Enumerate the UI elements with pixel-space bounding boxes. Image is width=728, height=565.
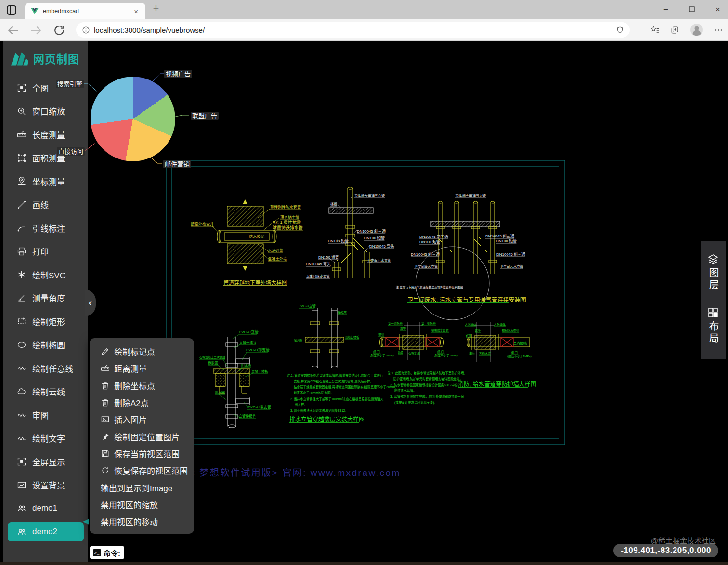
icon-ruler: [17, 130, 26, 139]
pie-label-联盟广告: 联盟广告: [191, 112, 219, 120]
menu-item-删除A2点[interactable]: 删除A2点: [90, 394, 194, 411]
menu-item-保存当前视区范围[interactable]: 保存当前视区范围: [90, 445, 194, 462]
sidebar-item-绘制云线[interactable]: 绘制云线: [3, 380, 88, 404]
cad-label: 3. 阻火圈做法水泥砂浆做法见图集S312。: [290, 408, 348, 413]
settings-menu-icon[interactable]: [714, 26, 723, 35]
sidebar-item-绘制矩形[interactable]: 绘制矩形: [3, 310, 88, 333]
pie-chart[interactable]: [91, 77, 175, 161]
maximize-button[interactable]: [686, 5, 698, 14]
minimize-button[interactable]: −: [660, 5, 672, 14]
menu-item-删除坐标点[interactable]: 删除坐标点: [90, 377, 194, 394]
cad-app-canvas[interactable]: < 梦想软件试用版> 官网: www.mxdraw.com 预埋刚性防水套管排水…: [0, 41, 728, 565]
cad-label: 室内管线: [513, 341, 527, 345]
profile-avatar[interactable]: [690, 23, 703, 37]
tab-close-icon[interactable]: ×: [132, 7, 140, 15]
sidebar-item-绘制任意线[interactable]: 绘制任意线: [3, 356, 88, 380]
sidebar-item-审图[interactable]: 审图: [3, 403, 88, 427]
menu-item-绘制固定位置图片[interactable]: 绘制固定位置图片: [90, 428, 194, 445]
cad-label: 卫生间专用通气立管: [354, 194, 385, 198]
sidebar-item-打印[interactable]: 打印: [3, 240, 88, 263]
layout-button[interactable]: 布局: [706, 307, 720, 345]
layers-icon: [707, 253, 719, 265]
sidebar-item-测量角度[interactable]: 测量角度: [3, 287, 88, 310]
menu-item-输出到显示到Image[interactable]: 输出到显示到Image: [90, 479, 194, 496]
close-button[interactable]: ×: [712, 5, 724, 14]
browser-tab[interactable]: embedmxcad ×: [25, 3, 145, 19]
pie-label-搜索引擎: 搜索引擎: [56, 80, 84, 88]
sidebar-item-绘制SVG[interactable]: 绘制SVG: [3, 263, 88, 287]
cad-label: 注:1. 此图为消防、给排水管道穿越人防地下室防护外墙,: [388, 371, 465, 375]
svg-text:>_: >_: [94, 551, 100, 556]
sidebar-item-全屏显示[interactable]: 全屏显示: [3, 450, 88, 473]
workspace-icon[interactable]: [6, 4, 17, 16]
cad-label: 钢管: [466, 333, 471, 337]
cad-label: 卫生间污水立管: [367, 258, 391, 263]
menu-item-label: 绘制固定位置图片: [114, 431, 180, 443]
command-bar[interactable]: >_ 命令:: [90, 546, 124, 559]
menu-item-距离测量[interactable]: 距离测量: [90, 360, 194, 377]
menu-item-恢复保存的视区范围[interactable]: 恢复保存的视区范围: [90, 462, 194, 479]
sidebar-item-demo1[interactable]: demo1: [3, 497, 88, 520]
menu-item-绘制标记点[interactable]: 绘制标记点: [90, 343, 194, 360]
cad-green-leaders: [217, 334, 254, 418]
sidebar-item-坐标测量[interactable]: 坐标测量: [3, 170, 88, 193]
site-info-icon[interactable]: [82, 26, 90, 34]
command-prompt: 命令:: [104, 548, 120, 558]
pie-leader-line: [174, 115, 189, 117]
icon-coord: [17, 176, 26, 186]
icon-zoomwin: [17, 106, 26, 116]
cad-label: 注:1. 管道穿越楼板处若留洞或套管时,管道安装结束后应配合土建进行: [287, 373, 383, 378]
demo2-submenu: 绘制标记点距离测量删除坐标点删除A2点插入图片绘制固定位置图片保存当前视区范围恢…: [90, 338, 194, 534]
icon-cloud: [17, 387, 26, 396]
cad-trial-watermark: < 梦想软件试用版> 官网: www.mxdraw.com: [189, 468, 401, 478]
sidebar-item-设置背景[interactable]: 设置背景: [3, 473, 88, 497]
menu-item-禁用视区的缩放[interactable]: 禁用视区的缩放: [90, 496, 194, 513]
browser-essentials-icon[interactable]: [616, 26, 624, 34]
sidebar-item-绘制椭圆[interactable]: 绘制椭圆: [3, 333, 88, 357]
sidebar-item-绘制文字[interactable]: 绘制文字: [3, 427, 88, 450]
cad-label: (耐压不小于1MPa): [370, 354, 394, 357]
pie-label-邮件营销: 邮件营销: [163, 160, 191, 168]
icon-angle: [17, 293, 26, 303]
cad-label: PVC-U立管: [299, 304, 316, 308]
sidebar-item-长度测量[interactable]: 长度测量: [3, 123, 88, 146]
sidebar-item-label: 绘制椭圆: [32, 339, 65, 351]
cad-label: 卫生间废水立管: [306, 274, 330, 278]
cad-label: 阀 门: [373, 350, 380, 354]
cad-valve-hatch-b: [501, 338, 513, 347]
icon-squiggle: [17, 363, 26, 373]
cad-label: 2. 防水套管参见国家建筑标准设计图集S312中的: [390, 383, 458, 387]
cad-label: 楼板: [330, 202, 337, 206]
layout-icon: [707, 307, 719, 318]
sidebar-item-demo2[interactable]: demo2: [8, 522, 84, 541]
sidebar-item-画线[interactable]: 画线: [3, 193, 88, 217]
submenu-pointer-arrow: [83, 519, 89, 525]
menu-item-禁用视区的移动[interactable]: 禁用视区的移动: [90, 513, 194, 530]
favorites-icon[interactable]: [650, 26, 660, 35]
sidebar-collapse-handle[interactable]: ‹: [85, 289, 96, 316]
sidebar-item-label: 设置背景: [32, 479, 65, 491]
sidebar-item-窗口缩放[interactable]: 窗口缩放: [3, 100, 88, 123]
refresh-icon[interactable]: [52, 23, 66, 38]
sidebar-item-label: 窗口缩放: [32, 105, 65, 117]
cad-label: PVC-U立管: [239, 329, 259, 334]
menu-item-插入图片[interactable]: 插入图片: [90, 411, 194, 428]
cad-pvc-slab: [213, 369, 250, 393]
cad-label: 人防墙体: [465, 323, 476, 327]
cad-label: 2. 当排水立管管径大于或等于100mm时,应在楼板贯穿部位设置阻火: [290, 397, 384, 401]
cad-label: 卫生间废水, 污水立管与专用通气管连接安装图: [407, 296, 526, 303]
terminal-icon: >_: [93, 549, 101, 556]
sidebar-item-label: 审图: [32, 409, 49, 421]
icon-refresh: [101, 466, 110, 475]
forward-icon[interactable]: [29, 23, 43, 38]
layers-button[interactable]: 图层: [706, 253, 720, 291]
collections-icon[interactable]: [670, 26, 679, 35]
back-icon[interactable]: [6, 23, 20, 38]
sidebar-item-引线标注[interactable]: 引线标注: [3, 216, 88, 240]
pie-label-直接访问: 直接访问: [57, 147, 85, 156]
icon-trash: [101, 398, 110, 407]
new-tab-button[interactable]: +: [149, 2, 163, 14]
cad-label: (或按设计要求涂环氧腻子漆)。: [394, 400, 437, 405]
cad-label: 接室外检查井: [191, 222, 214, 226]
address-bar[interactable]: localhost:3000/sample/vuebrowse/: [76, 22, 630, 38]
